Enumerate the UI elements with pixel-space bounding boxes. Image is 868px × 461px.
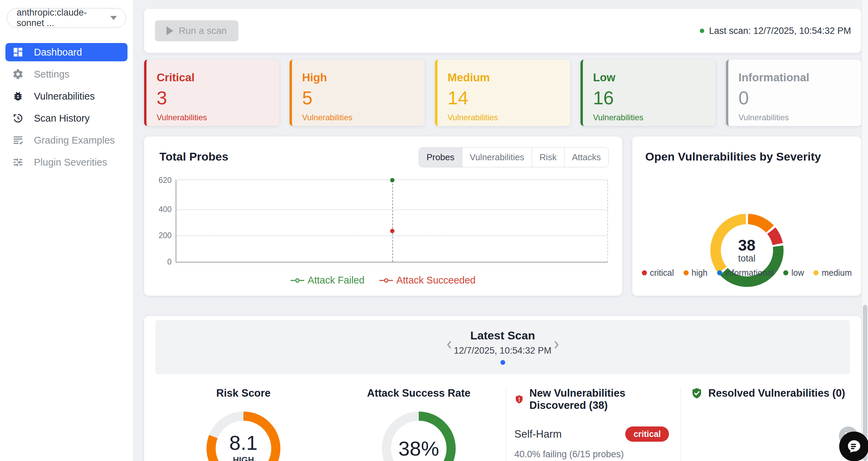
shield-alert-icon [514, 393, 524, 405]
y-axis-tick: 400 [159, 205, 172, 214]
risk-score-column: Risk Score 8.1 HIGH [155, 387, 332, 461]
severity-title: Low [593, 71, 706, 84]
sidebar-item-label: Grading Examples [34, 135, 115, 146]
sidebar-item-settings[interactable]: Settings [5, 65, 127, 83]
severity-count: 5 [302, 89, 415, 107]
severity-title: Informational [738, 71, 851, 84]
severity-title: Medium [448, 71, 560, 84]
status-dot-icon [700, 29, 704, 33]
scan-carousel: Latest Scan 12/7/2025, 10:54:32 PM [155, 320, 850, 374]
carousel-page-dot[interactable] [500, 360, 505, 365]
sidebar-item-label: Settings [34, 69, 70, 80]
severity-count: 0 [738, 89, 851, 107]
vertical-scrollbar[interactable] [862, 0, 868, 461]
history-icon [12, 112, 24, 124]
chevron-right-icon [550, 338, 563, 352]
severity-label: Vulnerabilities [157, 113, 269, 122]
sidebar-item-label: Plugin Severities [34, 157, 107, 168]
y-axis-tick: 620 [159, 176, 172, 185]
total-probes-card: Total Probes Probes Vulnerabilities Risk… [144, 137, 622, 296]
informational-dot-icon [717, 270, 722, 275]
legend-medium[interactable]: medium [813, 268, 852, 278]
sidebar: anthropic:claude-sonnet ... Dashboard Se… [0, 0, 133, 461]
scan-control-card: Run a scan Last scan: 12/7/2025, 10:54:3… [144, 9, 861, 53]
data-point-attack-succeeded[interactable] [390, 229, 394, 233]
medium-dot-icon [813, 270, 818, 275]
open-vulnerabilities-title: Open Vulnerabilities by Severity [645, 150, 861, 163]
critical-dot-icon [642, 270, 647, 275]
sliders-icon [12, 156, 24, 168]
severity-title: High [302, 71, 415, 84]
play-icon [166, 26, 173, 35]
risk-gauge-value: 8.1 HIGH [206, 412, 280, 461]
shield-check-icon [691, 387, 703, 399]
severity-title: Critical [157, 71, 269, 84]
vulnerability-row[interactable]: Self-Harm critical [514, 426, 669, 442]
severity-card-high[interactable]: High 5 Vulnerabilities [290, 60, 425, 126]
legend-informational[interactable]: informational [717, 268, 774, 278]
chevron-down-icon [110, 16, 117, 20]
vulnerability-name: Self-Harm [514, 428, 562, 440]
sidebar-item-label: Dashboard [34, 47, 82, 58]
risk-score-title: Risk Score [155, 387, 332, 399]
sidebar-item-scan-history[interactable]: Scan History [5, 109, 127, 127]
main-content: Run a scan Last scan: 12/7/2025, 10:54:3… [133, 0, 868, 461]
probes-chart-legend: Attack Failed Attack Succeeded [159, 275, 607, 286]
new-vulnerabilities-column: New Vulnerabilities Discovered (38) Self… [506, 387, 680, 461]
next-scan-button[interactable] [549, 338, 564, 353]
gear-icon [12, 68, 24, 80]
severity-label: Vulnerabilities [302, 113, 415, 122]
attack-success-title: Attack Success Rate [332, 387, 506, 399]
attack-success-column: Attack Success Rate 38% [332, 387, 506, 461]
legend-critical[interactable]: critical [642, 268, 674, 278]
run-scan-button[interactable]: Run a scan [155, 20, 238, 41]
sidebar-item-dashboard[interactable]: Dashboard [5, 43, 127, 61]
latest-scan-card: Latest Scan 12/7/2025, 10:54:32 PM Risk … [144, 316, 861, 461]
sidebar-item-label: Scan History [34, 113, 90, 124]
severity-card-low[interactable]: Low 16 Vulnerabilities [580, 60, 716, 126]
severity-card-informational[interactable]: Informational 0 Vulnerabilities [726, 60, 861, 126]
legend-attack-succeeded[interactable]: Attack Succeeded [379, 275, 476, 286]
chat-widget-button[interactable] [839, 432, 868, 461]
severity-count: 16 [593, 89, 706, 107]
sidebar-item-plugin-severities[interactable]: Plugin Severities [5, 153, 127, 171]
charts-row: Total Probes Probes Vulnerabilities Risk… [144, 137, 861, 296]
scan-metrics-row: Risk Score 8.1 HIGH Attack Success Rate … [155, 387, 850, 461]
scan-carousel-header: Latest Scan 12/7/2025, 10:54:32 PM [454, 329, 551, 356]
sidebar-item-label: Vulnerabilities [34, 91, 95, 102]
sidebar-item-grading-examples[interactable]: Grading Examples [5, 131, 127, 149]
legend-high[interactable]: high [684, 268, 708, 278]
sidebar-item-vulnerabilities[interactable]: Vulnerabilities [5, 87, 127, 105]
tab-attacks[interactable]: Attacks [564, 148, 608, 167]
severity-card-critical[interactable]: Critical 3 Vulnerabilities [144, 60, 279, 126]
severity-card-medium[interactable]: Medium 14 Vulnerabilities [435, 60, 570, 126]
vulnerability-detail: 40.0% failing (6/15 probes) [514, 449, 669, 460]
high-dot-icon [684, 270, 689, 275]
chart-metric-tabs: Probes Vulnerabilities Risk Attacks [419, 147, 609, 167]
last-scan-status: Last scan: 12/7/2025, 10:54:32 PM [700, 26, 851, 36]
severity-donut-legend: critical high informational low medium [632, 268, 861, 278]
model-selector[interactable]: anthropic:claude-sonnet ... [7, 8, 126, 28]
model-selector-value: anthropic:claude-sonnet ... [17, 7, 110, 28]
severity-count: 14 [448, 89, 560, 107]
tab-vulnerabilities[interactable]: Vulnerabilities [462, 148, 532, 167]
severity-label: Vulnerabilities [593, 113, 706, 122]
severity-badge: critical [625, 426, 669, 442]
scan-marker-line [392, 180, 393, 262]
y-axis-tick: 0 [167, 257, 172, 267]
grading-list-icon [12, 134, 24, 146]
legend-attack-failed[interactable]: Attack Failed [291, 275, 364, 286]
y-axis-tick: 200 [159, 231, 172, 240]
line-marker-icon [291, 278, 304, 283]
chat-bubble-icon [846, 439, 862, 454]
data-point-attack-failed[interactable] [390, 178, 394, 183]
bug-icon [12, 90, 24, 102]
latest-scan-title: Latest Scan [454, 329, 551, 342]
resolved-vulnerabilities-title: Resolved Vulnerabilities (0) [691, 387, 850, 399]
new-vulnerabilities-title: New Vulnerabilities Discovered (38) [514, 387, 669, 412]
tab-probes[interactable]: Probes [419, 148, 462, 167]
legend-low[interactable]: low [783, 268, 804, 278]
dashboard-icon [12, 46, 24, 58]
tab-risk[interactable]: Risk [532, 148, 564, 167]
open-vulnerabilities-card: Open Vulnerabilities by Severity 38 tota… [632, 137, 861, 296]
